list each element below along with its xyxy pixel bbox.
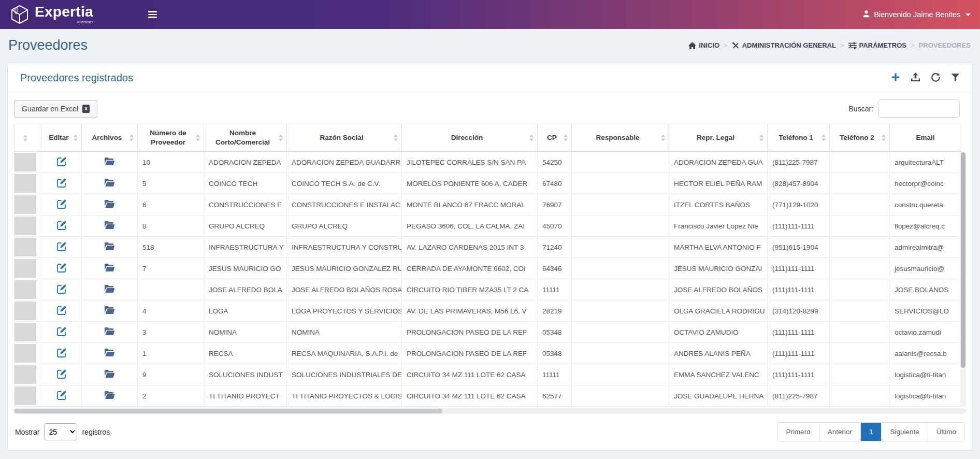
row-drag-handle[interactable] — [15, 216, 41, 237]
filter-button[interactable] — [951, 73, 960, 83]
column-header-files[interactable]: Archivos — [82, 124, 138, 152]
row-drag-handle[interactable] — [15, 385, 41, 407]
edit-button[interactable] — [56, 326, 67, 337]
row-drag-handle[interactable] — [15, 258, 41, 279]
row-drag-handle[interactable] — [15, 194, 41, 216]
edit-button[interactable] — [56, 156, 67, 167]
cell-direccion: PROLONGACION PASEO DE LA REF — [402, 343, 538, 364]
breadcrumb-item[interactable]: ADMINISTRACIÓN GENERAL — [732, 41, 836, 49]
pagination-ultimo[interactable]: Último — [928, 423, 964, 441]
row-drag-handle[interactable] — [15, 364, 41, 385]
pagination-1[interactable]: 1 — [861, 423, 882, 441]
column-header-responsable[interactable]: Responsable — [572, 124, 669, 152]
edit-button[interactable] — [56, 199, 67, 209]
column-header-edit[interactable]: Editar — [41, 124, 82, 152]
cell-tel1: (111)111-1111 — [768, 216, 830, 237]
edit-button[interactable] — [56, 263, 67, 273]
breadcrumb-item[interactable]: INICIO — [688, 41, 719, 49]
column-label: Dirección — [451, 134, 483, 141]
edit-button[interactable] — [56, 220, 67, 231]
cell-email: logistica@ti-titan — [890, 385, 961, 407]
pagination-primero[interactable]: Primero — [777, 423, 819, 441]
column-header-repr[interactable]: Repr. Legal — [669, 124, 768, 152]
edit-button[interactable] — [56, 178, 67, 188]
refresh-button[interactable] — [931, 73, 941, 83]
column-header-tel1[interactable]: Teléfono 1 — [768, 124, 830, 152]
cell-numero — [138, 279, 204, 300]
column-header-nombre[interactable]: Nombre Corto/Comercial — [204, 124, 287, 152]
files-folder-button[interactable] — [104, 178, 115, 187]
edit-button[interactable] — [56, 369, 67, 379]
excel-file-icon: x — [82, 105, 90, 113]
pagination-siguiente[interactable]: Siguiente — [882, 423, 928, 441]
cell-razon: ADORACION ZEPEDA GUADARR — [287, 152, 402, 173]
edit-button[interactable] — [56, 390, 67, 400]
user-menu[interactable]: Bienvenido Jaime Benites — [862, 10, 971, 19]
export-excel-button[interactable]: Guardar en Excel x — [14, 100, 97, 118]
providers-table: EditarArchivosNúmero de ProveedorNombre … — [14, 124, 961, 407]
column-header-razon[interactable]: Razón Social — [287, 124, 402, 152]
horizontal-scrollbar-thumb[interactable] — [14, 409, 442, 413]
files-folder-button[interactable] — [104, 199, 115, 208]
cell-nombre: NOMINA — [204, 322, 287, 343]
row-drag-handle[interactable] — [15, 152, 41, 173]
vertical-scrollbar-thumb[interactable] — [961, 152, 965, 368]
cell-email: aalanis@recsa.b — [890, 343, 961, 364]
edit-button[interactable] — [56, 241, 67, 252]
files-folder-button[interactable] — [104, 221, 115, 229]
cell-files — [82, 216, 138, 237]
sort-arrows-icon — [529, 135, 534, 141]
row-drag-handle[interactable] — [15, 173, 41, 194]
sort-arrows-icon — [882, 135, 886, 141]
edit-button[interactable] — [56, 284, 67, 294]
column-header-handle[interactable] — [15, 124, 41, 152]
column-header-cp[interactable]: CP — [538, 124, 572, 152]
files-folder-button[interactable] — [104, 284, 115, 293]
cell-edit — [41, 258, 82, 279]
vertical-scrollbar[interactable] — [960, 151, 966, 407]
files-folder-button[interactable] — [104, 369, 115, 378]
cell-edit — [41, 279, 82, 300]
upload-button[interactable] — [911, 73, 920, 83]
row-drag-handle[interactable] — [15, 279, 41, 300]
files-folder-button[interactable] — [104, 242, 115, 251]
menu-toggle-button[interactable] — [145, 8, 160, 21]
tools-icon — [732, 42, 740, 49]
breadcrumb-item[interactable]: PARÁMETROS — [848, 41, 906, 49]
cell-tel2 — [830, 173, 890, 194]
cell-email: JOSE.BOLANOS — [890, 279, 961, 300]
sort-arrows-icon — [759, 135, 763, 141]
files-folder-button[interactable] — [104, 348, 115, 357]
files-folder-button[interactable] — [104, 327, 115, 336]
edit-button[interactable] — [56, 305, 67, 315]
column-header-direccion[interactable]: Dirección — [402, 124, 538, 152]
horizontal-scrollbar[interactable] — [14, 408, 966, 414]
row-drag-handle[interactable] — [15, 237, 41, 258]
cell-cp: 76907 — [538, 194, 572, 216]
row-drag-handle[interactable] — [15, 322, 41, 343]
provider-row: 3NOMINANOMINAPROLONGACION PASEO DE LA RE… — [15, 322, 961, 343]
records-label: registros — [82, 428, 110, 436]
cell-repr: JESUS MAURICIO GONZAI — [669, 258, 768, 279]
search-box: Buscar: — [849, 99, 960, 118]
provider-row: 5COINCO TECHCOINCO TECH S.A. de C.V.MORE… — [15, 173, 961, 194]
cell-cp: 54250 — [538, 152, 572, 173]
files-folder-button[interactable] — [104, 391, 115, 399]
cell-razon: NOMINA — [287, 322, 402, 343]
cell-direccion: PROLONGACION PASEO DE LA REF — [402, 322, 538, 343]
brand-logo[interactable]: Expertia Monitor — [0, 5, 145, 24]
provider-row: 8GRUPO ALCREQGRUPO ALCREQPEGASO 3606, CO… — [15, 216, 961, 237]
edit-button[interactable] — [56, 348, 67, 358]
panel-title: Proveedores registrados — [20, 72, 133, 84]
column-header-numero[interactable]: Número de Proveedor — [138, 124, 204, 152]
search-input[interactable] — [878, 99, 960, 118]
row-drag-handle[interactable] — [15, 300, 41, 322]
column-header-tel2[interactable]: Teléfono 2 — [830, 124, 890, 152]
pagination-anterior[interactable]: Anterior — [819, 423, 861, 441]
files-folder-button[interactable] — [104, 157, 115, 166]
files-folder-button[interactable] — [104, 306, 115, 314]
row-drag-handle[interactable] — [15, 343, 41, 364]
files-folder-button[interactable] — [104, 263, 115, 272]
add-provider-button[interactable] — [891, 73, 900, 83]
page-size-select[interactable]: 25 — [44, 423, 77, 440]
